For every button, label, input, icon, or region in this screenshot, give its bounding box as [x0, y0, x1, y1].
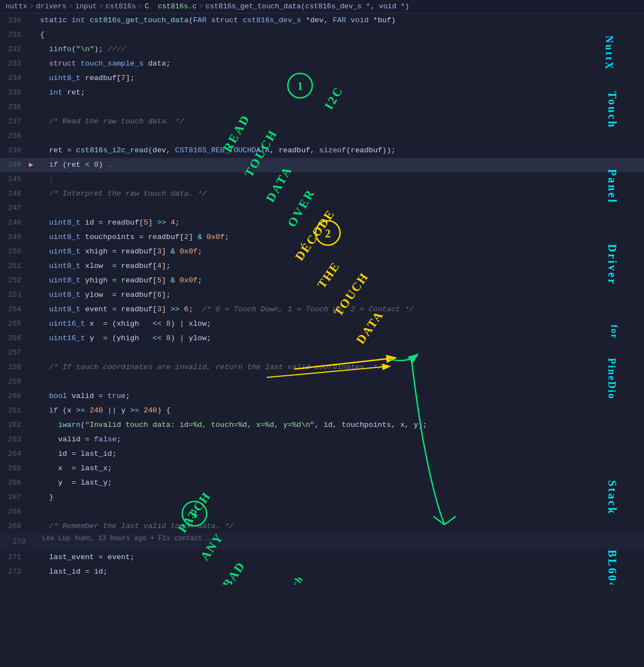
breadcrumb-nuttx[interactable]: nuttx: [6, 2, 27, 11]
breadcrumb-drivers[interactable]: drivers: [36, 2, 67, 11]
code-line: 269 /* Remember the last valid touch dat…: [0, 519, 644, 534]
code-line: 268: [0, 505, 644, 519]
code-line-highlighted: 240 ▶ if (ret < 0) …: [0, 158, 644, 172]
code-line: 264 id = last_id;: [0, 447, 644, 461]
code-line: 255 uint16_t x = (xhigh << 8) | xlow;: [0, 317, 644, 331]
svg-text:DATA: DATA: [242, 580, 274, 585]
code-line: 258 /* If touch coordinates are invalid,…: [0, 360, 644, 375]
code-line: 232 iinfo("\n"); ////: [0, 42, 644, 57]
code-line: 247: [0, 201, 644, 216]
code-line: 231 {: [0, 28, 644, 42]
code-line: 271 last_event = event;: [0, 550, 644, 565]
code-line: 239 ret = cst816s_i2c_read(dev, CST816S_…: [0, 143, 644, 158]
code-line: 262 iwarn("Invalid touch data: id=%d, to…: [0, 418, 644, 432]
code-line: 234 uint8_t readbuf[7];: [0, 71, 644, 86]
code-line: 259: [0, 375, 644, 389]
breadcrumb-input[interactable]: input: [75, 2, 97, 11]
code-line: 261 if (x >= 240 || y >= 240) {: [0, 404, 644, 418]
git-blame-text: Lee Lup Yuen, 13 hours ago • Fix contact…: [33, 535, 210, 549]
breadcrumb-function: cst816s_get_touch_data(cst816s_dev_s *, …: [206, 2, 410, 11]
code-line: 265 x = last_x;: [0, 461, 644, 476]
code-line: 236: [0, 100, 644, 115]
code-line: 249 uint8_t touchpoints = readbuf[2] & 0…: [0, 230, 644, 245]
code-line: 266 y = last_y;: [0, 476, 644, 490]
code-line: 237 /* Read the raw touch data. */: [0, 115, 644, 129]
code-line: 267 }: [0, 490, 644, 505]
code-line: 230 static int cst816s_get_touch_data(FA…: [0, 13, 644, 28]
git-blame-line: 270 Lee Lup Yuen, 13 hours ago • Fix con…: [0, 534, 644, 550]
code-line: 257: [0, 346, 644, 360]
code-line: 246 /* Interpret the raw touch data. */: [0, 187, 644, 201]
code-line: 272 last_id = id;: [0, 565, 644, 579]
code-line: 238: [0, 129, 644, 143]
code-line: 245 |: [0, 172, 644, 187]
code-area: 230 static int cst816s_get_touch_data(FA…: [0, 13, 644, 585]
code-line: 235 int ret;: [0, 86, 644, 100]
code-line: 248 uint8_t id = readbuf[5] >> 4;: [0, 216, 644, 230]
breadcrumb-cst816s[interactable]: cst816s: [106, 2, 136, 11]
code-line: 233 struct touch_sample_s data;: [0, 57, 644, 71]
breadcrumb-file[interactable]: C cst816s.c: [145, 2, 197, 11]
code-line: 251 uint8_t xlow = readbuf[4];: [0, 259, 644, 273]
code-line: 250 uint8_t xhigh = readbuf[3] & 0x0f;: [0, 245, 644, 259]
code-line: 253 uint8_t ylow = readbuf[6];: [0, 288, 644, 302]
code-line: 252 uint8_t yhigh = readbuf[5] & 0x0f;: [0, 273, 644, 288]
code-line: 263 valid = false;: [0, 432, 644, 447]
breadcrumb-bar: nuttx > drivers > input > cst816s > C cs…: [0, 0, 644, 13]
code-line: 254 uint8_t event = readbuf[3] >> 6; /* …: [0, 302, 644, 317]
code-line: 256 uint16_t y = (yhigh << 8) | ylow;: [0, 331, 644, 346]
code-line: 260 bool valid = true;: [0, 389, 644, 404]
